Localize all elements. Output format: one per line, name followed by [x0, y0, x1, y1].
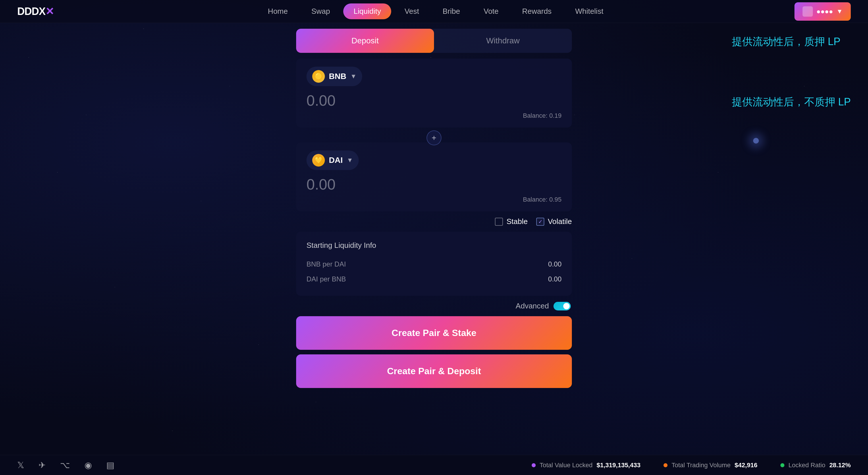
main-nav: Home Swap Liquidity Vest Bribe Vote Rewa… [77, 3, 795, 19]
wallet-avatar [803, 6, 813, 17]
token2-symbol: DAI [329, 156, 343, 165]
create-pair-deposit-button[interactable]: Create Pair & Deposit [296, 354, 572, 388]
nav-home[interactable]: Home [258, 3, 298, 19]
token1-selector[interactable]: 🟡 BNB ▼ [307, 67, 362, 86]
nav-vest[interactable]: Vest [394, 3, 429, 19]
tvl-stat: Total Value Locked $1,319,135,433 [532, 462, 641, 469]
token2-selector[interactable]: 💛 DAI ▼ [307, 151, 359, 170]
token2-balance: Balance: 0.95 [307, 196, 561, 203]
liquidity-row-1-label: DAI per BNB [307, 275, 346, 283]
wallet-label: ●●●● [816, 7, 833, 15]
volume-stat: Total Trading Volume $42,916 [663, 462, 757, 469]
telegram-icon[interactable]: ✈ [38, 460, 46, 470]
logo[interactable]: DDDX✕ [17, 5, 54, 18]
stable-checkbox[interactable] [495, 218, 503, 226]
pair-type-row: Stable Volatile [296, 217, 572, 226]
tvl-label: Total Value Locked [540, 462, 593, 469]
nav-liquidity[interactable]: Liquidity [343, 3, 391, 19]
stake-hint-text: 提供流动性后，质押 LP [732, 34, 851, 49]
token2-amount[interactable]: 0.00 [307, 176, 561, 193]
token2-chevron-icon: ▼ [347, 157, 353, 164]
token1-chevron-icon: ▼ [350, 73, 357, 80]
wallet-chevron-icon: ▼ [836, 8, 843, 15]
liquidity-row-0: BNB per DAI 0.00 [307, 257, 561, 272]
liquidity-row-1: DAI per BNB 0.00 [307, 272, 561, 287]
advanced-toggle[interactable] [554, 302, 571, 311]
volatile-option[interactable]: Volatile [536, 217, 572, 226]
liquidity-info-title: Starting Liquidity Info [307, 241, 561, 250]
header: DDDX✕ Home Swap Liquidity Vest Bribe Vot… [0, 0, 868, 23]
plus-divider: + [296, 130, 572, 145]
main-content: Deposit Withdraw 🟡 BNB ▼ 0.00 Balance: 0… [0, 0, 868, 475]
social-icons: 𝕏 ✈ ⌥ ◉ ▤ [17, 460, 114, 470]
token2-box: 💛 DAI ▼ 0.00 Balance: 0.95 [296, 142, 572, 211]
advanced-row: Advanced [296, 302, 572, 311]
deposit-withdraw-tabs: Deposit Withdraw [296, 29, 572, 53]
locked-dot [780, 463, 784, 467]
liquidity-row-0-value: 0.00 [548, 260, 561, 268]
volume-label: Total Trading Volume [672, 462, 731, 469]
medium-icon[interactable]: ◉ [85, 460, 92, 470]
token1-amount[interactable]: 0.00 [307, 92, 561, 109]
dai-icon: 💛 [312, 154, 325, 166]
right-panel: 提供流动性后，质押 LP 提供流动性后，不质押 LP [732, 34, 851, 109]
docs-icon[interactable]: ▤ [106, 460, 114, 470]
plus-icon: + [427, 130, 441, 145]
bnb-icon: 🟡 [312, 70, 325, 83]
nav-rewards[interactable]: Rewards [512, 3, 562, 19]
nav-vote[interactable]: Vote [473, 3, 509, 19]
wallet-button[interactable]: ●●●● ▼ [795, 2, 851, 21]
withdraw-tab[interactable]: Withdraw [434, 29, 572, 53]
nav-whitelist[interactable]: Whitelist [565, 3, 614, 19]
liquidity-row-0-label: BNB per DAI [307, 260, 346, 268]
locked-stat: Locked Ratio 28.12% [780, 462, 851, 469]
deposit-tab[interactable]: Deposit [296, 29, 434, 53]
volume-dot [663, 463, 668, 467]
volatile-checkbox[interactable] [536, 218, 544, 226]
volatile-label: Volatile [548, 217, 572, 226]
deposit-hint-text: 提供流动性后，不质押 LP [732, 95, 851, 109]
liquidity-panel: Deposit Withdraw 🟡 BNB ▼ 0.00 Balance: 0… [296, 29, 572, 392]
footer: 𝕏 ✈ ⌥ ◉ ▤ Total Value Locked $1,319,135,… [0, 455, 868, 475]
advanced-label: Advanced [516, 302, 549, 311]
stable-label: Stable [506, 217, 528, 226]
twitter-icon[interactable]: 𝕏 [17, 460, 24, 470]
logo-accent: ✕ [45, 5, 54, 17]
create-pair-stake-button[interactable]: Create Pair & Stake [296, 316, 572, 350]
tvl-value: $1,319,135,433 [596, 462, 641, 469]
tvl-dot [532, 463, 536, 467]
token1-symbol: BNB [329, 72, 346, 81]
nav-bribe[interactable]: Bribe [432, 3, 470, 19]
token1-box: 🟡 BNB ▼ 0.00 Balance: 0.19 [296, 59, 572, 128]
glow-decoration [753, 138, 759, 144]
nav-swap[interactable]: Swap [301, 3, 340, 19]
volume-value: $42,916 [735, 462, 757, 469]
github-icon[interactable]: ⌥ [60, 460, 70, 470]
locked-value: 28.12% [829, 462, 851, 469]
liquidity-info-box: Starting Liquidity Info BNB per DAI 0.00… [296, 232, 572, 296]
stable-option[interactable]: Stable [495, 217, 528, 226]
locked-label: Locked Ratio [788, 462, 825, 469]
liquidity-row-1-value: 0.00 [548, 275, 561, 283]
token1-balance: Balance: 0.19 [307, 112, 561, 120]
footer-stats: Total Value Locked $1,319,135,433 Total … [532, 462, 851, 469]
